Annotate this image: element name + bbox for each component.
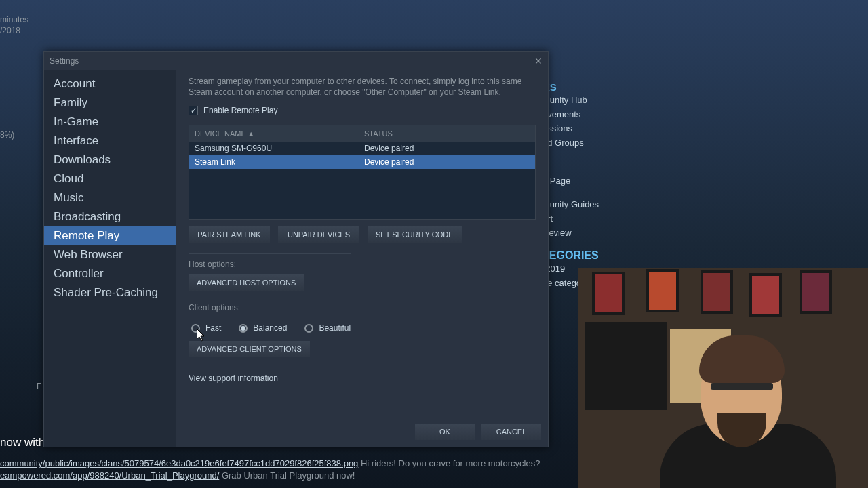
bg-link-item[interactable]: munity Hub: [542, 93, 603, 107]
unpair-devices-button[interactable]: UNPAIR DEVICES: [278, 226, 359, 243]
device-row[interactable]: Steam Link Device paired: [189, 155, 535, 169]
device-status: Device paired: [364, 144, 530, 153]
device-name: Steam Link: [195, 157, 364, 167]
radio-beautiful[interactable]: Beautiful: [304, 323, 351, 333]
sidebar-item-remote-play[interactable]: Remote Play: [44, 226, 176, 245]
radio-balanced-label: Balanced: [253, 323, 287, 333]
bg-categories-heading: TEGORIES: [542, 249, 603, 262]
bg-link-item[interactable]: ussions: [542, 121, 603, 136]
bg-link-item[interactable]: ed Groups: [542, 136, 603, 150]
settings-content: Stream gameplay from your computer to ot…: [176, 70, 548, 447]
sort-ascending-icon: ▲: [248, 130, 254, 137]
device-row[interactable]: Samsung SM-G960U Device paired: [189, 142, 535, 155]
device-name: Samsung SM-G960U: [195, 144, 364, 153]
radio-icon: [304, 324, 313, 333]
set-security-code-button[interactable]: SET SECURITY CODE: [368, 226, 462, 243]
device-status: Device paired: [364, 157, 530, 167]
enable-remote-play-row[interactable]: ✓ Enable Remote Play: [189, 106, 536, 115]
radio-fast[interactable]: Fast: [191, 323, 221, 333]
minimize-icon[interactable]: —: [519, 56, 529, 66]
device-table-header: DEVICE NAME ▲ STATUS: [189, 125, 535, 142]
advanced-client-options-button[interactable]: ADVANCED CLIENT OPTIONS: [189, 341, 310, 357]
bg-link-item[interactable]: s: [542, 150, 603, 164]
bg-news-line1: community/public/images/clans/5079574/6e…: [0, 458, 540, 468]
sidebar-item-shader-pre-caching[interactable]: Shader Pre-Caching: [44, 283, 176, 302]
bg-news-line2: eampowered.com/app/988240/Urban_Trial_Pl…: [0, 470, 355, 481]
bg-letter: F: [37, 382, 41, 391]
client-options-label: Client options:: [189, 303, 536, 312]
sidebar-item-downloads[interactable]: Downloads: [44, 150, 176, 169]
bg-link-item[interactable]: ort: [542, 211, 603, 226]
bg-news-url1[interactable]: community/public/images/clans/5079574/6e…: [0, 458, 358, 468]
ok-button[interactable]: OK: [415, 424, 475, 440]
radio-balanced[interactable]: Balanced: [239, 323, 287, 333]
radio-beautiful-label: Beautiful: [319, 323, 351, 333]
sidebar-item-interface[interactable]: Interface: [44, 131, 176, 150]
cancel-button[interactable]: CANCEL: [481, 424, 541, 440]
bg-played-date: /2018: [0, 26, 20, 35]
bg-link-item[interactable]: munity Guides: [542, 197, 603, 211]
sidebar-item-music[interactable]: Music: [44, 188, 176, 207]
close-icon[interactable]: ✕: [534, 56, 542, 66]
bg-progress: 8%): [0, 130, 14, 140]
col-device-name[interactable]: DEVICE NAME ▲: [195, 129, 364, 138]
settings-dialog: Settings — ✕ Account Family In-Game Inte…: [43, 51, 549, 447]
dialog-title: Settings: [50, 56, 79, 66]
col-status[interactable]: STATUS: [364, 129, 530, 138]
bg-link-item[interactable]: e Page: [542, 174, 603, 188]
enable-remote-play-label: Enable Remote Play: [203, 106, 277, 115]
sidebar-item-family[interactable]: Family: [44, 94, 176, 113]
enable-remote-play-checkbox[interactable]: ✓: [189, 106, 198, 115]
pair-steam-link-button[interactable]: PAIR STEAM LINK: [189, 226, 270, 243]
bg-link-item[interactable]: evements: [542, 107, 603, 121]
settings-sidebar: Account Family In-Game Interface Downloa…: [44, 70, 176, 447]
bg-news-url2[interactable]: eampowered.com/app/988240/Urban_Trial_Pl…: [0, 470, 219, 481]
advanced-host-options-button[interactable]: ADVANCED HOST OPTIONS: [189, 274, 304, 291]
sidebar-item-controller[interactable]: Controller: [44, 264, 176, 283]
bg-links-heading: KS: [542, 81, 603, 93]
sidebar-item-broadcasting[interactable]: Broadcasting: [44, 207, 176, 226]
webcam-overlay: [578, 268, 868, 488]
sidebar-item-account[interactable]: Account: [44, 75, 176, 94]
radio-icon: [239, 324, 248, 333]
view-support-link[interactable]: View support information: [189, 373, 536, 383]
sidebar-item-cloud[interactable]: Cloud: [44, 169, 176, 188]
titlebar[interactable]: Settings — ✕: [44, 52, 548, 70]
bg-now-with: now with: [0, 436, 45, 449]
device-table: DEVICE NAME ▲ STATUS Samsung SM-G960U De…: [189, 125, 536, 220]
divider: [189, 253, 351, 254]
remote-play-description: Stream gameplay from your computer to ot…: [189, 76, 536, 98]
radio-icon: [191, 324, 200, 333]
bg-link-item[interactable]: Review: [542, 226, 603, 240]
sidebar-item-web-browser[interactable]: Web Browser: [44, 245, 176, 264]
radio-fast-label: Fast: [205, 323, 221, 333]
host-options-label: Host options:: [189, 260, 536, 269]
bg-played-minutes: minutes: [0, 15, 28, 24]
sidebar-item-in-game[interactable]: In-Game: [44, 113, 176, 131]
bg-links-panel: KS munity Hub evements ussions ed Groups…: [542, 81, 603, 290]
